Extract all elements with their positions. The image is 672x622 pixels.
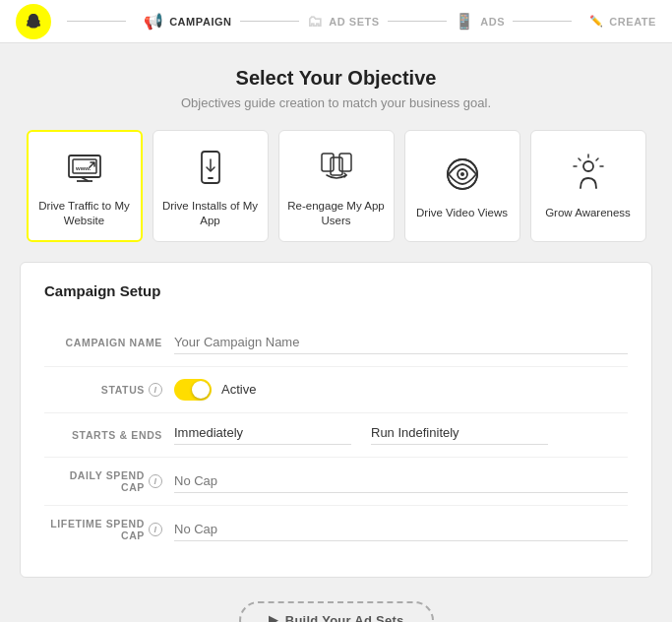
status-label: STATUS i	[44, 383, 162, 397]
nav-step-adsets[interactable]: 🗂 AD SETS	[307, 13, 380, 31]
status-value: Active	[221, 382, 256, 397]
awareness-icon	[567, 153, 610, 196]
objective-card-drive-installs[interactable]: Drive Installs of My App	[153, 130, 269, 242]
nav-divider-2	[388, 21, 447, 22]
setup-title: Campaign Setup	[44, 282, 628, 299]
status-control: Active	[174, 379, 628, 401]
daily-spend-cap-label: DAILY SPEND CAP i	[44, 469, 162, 493]
daily-cap-control	[174, 469, 628, 493]
drive-traffic-icon: www.	[63, 146, 106, 189]
nav-step-campaign[interactable]: 📢 CAMPAIGN	[144, 12, 232, 31]
daily-spend-cap-row: DAILY SPEND CAP i	[44, 458, 628, 506]
page-title-block: Select Your Objective	[20, 67, 652, 90]
drive-traffic-label: Drive Traffic to My Website	[36, 199, 133, 228]
nav-steps: 📢 CAMPAIGN 🗂 AD SETS 📱 ADS	[134, 12, 589, 31]
video-views-icon	[441, 153, 484, 196]
svg-rect-8	[322, 154, 334, 171]
svg-text:www.: www.	[75, 165, 92, 171]
svg-rect-10	[339, 154, 351, 171]
top-nav: 📢 CAMPAIGN 🗂 AD SETS 📱 ADS ✏️ CREATE	[0, 0, 672, 43]
nav-step-adsets-label: AD SETS	[329, 16, 380, 28]
awareness-label: Grow Awareness	[545, 206, 631, 220]
svg-line-17	[596, 158, 598, 160]
logo	[16, 4, 51, 39]
play-icon: ▶	[269, 613, 277, 622]
toggle-thumb	[192, 381, 210, 399]
reengage-icon	[315, 146, 358, 189]
nav-create[interactable]: ✏️ CREATE	[589, 15, 656, 28]
svg-rect-9	[331, 157, 342, 175]
daily-cap-info-icon[interactable]: i	[149, 474, 162, 488]
campaign-icon: 📢	[144, 12, 164, 31]
lifetime-cap-info-icon[interactable]: i	[149, 523, 162, 536]
nav-divider-3	[513, 21, 572, 22]
lifetime-cap-input[interactable]	[174, 518, 628, 541]
campaign-name-control	[174, 331, 628, 354]
campaign-name-label: CAMPAIGN NAME	[44, 337, 162, 348]
page-title: Select Your Objective	[20, 67, 652, 90]
nav-step-ads-label: ADS	[480, 16, 505, 28]
objective-card-awareness[interactable]: Grow Awareness	[530, 130, 646, 242]
objectives-row: www. Drive Traffic to My Website Drive I…	[20, 130, 652, 242]
nav-step-campaign-label: CAMPAIGN	[169, 16, 231, 28]
drive-installs-label: Drive Installs of My App	[161, 199, 260, 228]
page-subtitle: Objectives guide creation to match your …	[20, 95, 652, 110]
campaign-setup-panel: Campaign Setup CAMPAIGN NAME STATUS i Ac…	[20, 262, 652, 578]
drive-installs-icon	[189, 146, 232, 189]
status-row: STATUS i Active	[44, 367, 628, 413]
reengage-label: Re-engage My App Users	[287, 199, 386, 228]
main-content: Select Your Objective Objectives guide c…	[0, 43, 672, 622]
adsets-icon: 🗂	[307, 13, 324, 31]
campaign-name-input[interactable]	[174, 331, 628, 354]
objective-card-drive-traffic[interactable]: www. Drive Traffic to My Website	[27, 130, 143, 242]
nav-create-label: CREATE	[609, 16, 656, 28]
svg-point-15	[583, 161, 593, 171]
status-info-icon[interactable]: i	[149, 383, 162, 397]
start-date-value[interactable]: Immediately	[174, 425, 351, 445]
nav-step-ads[interactable]: 📱 ADS	[455, 12, 505, 31]
starts-ends-row: STARTS & ENDS Immediately Run Indefinite…	[44, 413, 628, 458]
video-views-label: Drive Video Views	[416, 206, 508, 220]
dates-control: Immediately Run Indefinitely	[174, 425, 628, 445]
objective-card-reengage[interactable]: Re-engage My App Users	[278, 130, 395, 242]
starts-ends-label: STARTS & ENDS	[44, 429, 162, 441]
lifetime-spend-cap-row: LIFETIME SPEND CAP i	[44, 506, 628, 553]
nav-divider-1	[240, 21, 299, 22]
lifetime-cap-control	[174, 518, 628, 541]
daily-cap-input[interactable]	[174, 469, 628, 493]
lifetime-spend-cap-label: LIFETIME SPEND CAP i	[44, 518, 162, 541]
end-date-value[interactable]: Run Indefinitely	[371, 425, 548, 445]
objective-card-video[interactable]: Drive Video Views	[404, 130, 520, 242]
ads-icon: 📱	[455, 12, 475, 31]
status-toggle[interactable]	[174, 379, 212, 401]
create-pencil-icon: ✏️	[589, 15, 604, 28]
nav-divider-left	[67, 21, 126, 22]
build-adsets-button[interactable]: ▶ Build Your Ad Sets	[239, 601, 434, 622]
build-button-label: Build Your Ad Sets	[285, 613, 404, 622]
svg-point-14	[460, 172, 464, 176]
build-btn-container: ▶ Build Your Ad Sets	[20, 601, 652, 622]
svg-line-18	[579, 158, 580, 160]
campaign-name-row: CAMPAIGN NAME	[44, 319, 628, 367]
